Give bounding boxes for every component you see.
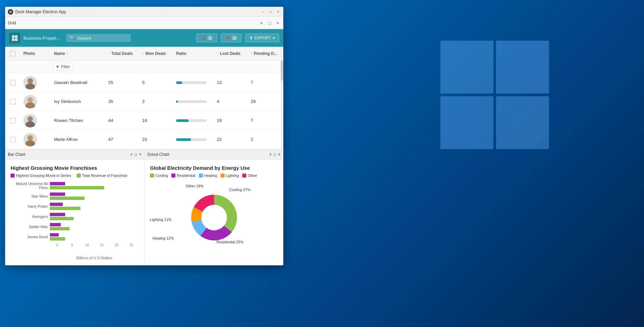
legend-color-purple [11, 173, 15, 178]
bar-green [50, 207, 80, 210]
bar-chart-titlebar: Bar Chart × □ × [5, 149, 144, 160]
donut-legend: CoolingResidentialHeatingLightingOther [150, 173, 278, 178]
maximize-button[interactable]: □ [268, 9, 273, 14]
win-pane-bl [440, 96, 493, 149]
grid-header: Photo Name ↑ ↑ Total Deals ↑ Won Deals R… [5, 47, 283, 60]
donut-chart-max-btn[interactable]: □ [274, 152, 276, 157]
bar-purple [50, 192, 65, 196]
row-checkbox[interactable] [5, 99, 21, 104]
donut-chart-pin-btn[interactable]: × [278, 152, 281, 157]
toolbar: Business Propell... 🔍 Search 🚫 1 📌 2 ⬆ E… [5, 29, 283, 47]
bar-chart-pin-btn[interactable]: × [139, 152, 141, 157]
donut-legend-label: Lighting [226, 173, 239, 178]
bar-chart-max-btn[interactable]: □ [135, 152, 137, 157]
axis-title: Billions of U.S Dollars [11, 256, 139, 260]
filter-button[interactable]: ▼ Filter [53, 63, 73, 71]
col-lost-deals[interactable]: ↑ Lost Deals [214, 51, 248, 56]
title-bar-controls: − □ × [261, 9, 281, 14]
search-label: Search [77, 36, 91, 41]
row-total-deals: 35 [106, 99, 139, 104]
svg-point-11 [27, 135, 33, 141]
donut-legend-label: Other [248, 173, 257, 178]
bar-green [50, 227, 70, 230]
row-lost-deals: 22 [214, 137, 248, 142]
pinned-cols-button[interactable]: 📌 2 [221, 34, 242, 42]
bar-label: James Bond [11, 235, 48, 239]
windows-logo [440, 41, 549, 149]
scrollbar-thumb[interactable] [281, 60, 283, 81]
search-box[interactable]: 🔍 Search [66, 34, 131, 42]
bar-purple [50, 203, 63, 206]
donut-legend-dot [150, 173, 154, 178]
svg-point-8 [25, 102, 35, 108]
minimize-button[interactable]: − [261, 9, 266, 14]
bar-green [50, 217, 74, 220]
axis-value: 15 [94, 243, 109, 247]
row-lost-deals: 13 [214, 80, 248, 85]
select-all-checkbox[interactable] [10, 51, 16, 56]
win-pane-br [496, 96, 549, 149]
row-pending: 2 [248, 137, 282, 142]
hidden-cols-button[interactable]: 🚫 1 [196, 34, 217, 42]
bar-row: Marvel Universe All Films [11, 182, 139, 190]
donut-legend-item: Other [242, 173, 257, 178]
bar-green [50, 186, 104, 189]
ratio-bar-fill [176, 138, 191, 141]
row-name: Merle Affron [51, 137, 106, 142]
donut-chart-close-btn[interactable]: × [269, 152, 272, 157]
axis-value: 25 [124, 243, 139, 247]
axis-value: 20 [109, 243, 124, 247]
row-checkbox[interactable] [5, 137, 21, 142]
bar-track-green [50, 186, 139, 189]
filter-icon: ▼ [56, 64, 60, 69]
bar-track-purple [50, 233, 139, 237]
row-pending: 7 [248, 118, 282, 123]
col-total-deals[interactable]: ↑ Total Deals [106, 51, 139, 56]
row-photo [21, 76, 51, 89]
col-name[interactable]: Name ↑ [51, 51, 106, 56]
win-pane-tr [496, 41, 549, 94]
svg-rect-2 [15, 35, 18, 38]
export-button[interactable]: ⬆ EXPORT ▾ [245, 34, 279, 42]
row-pending: 29 [248, 99, 282, 104]
avatar [23, 76, 37, 89]
window-pin-button[interactable]: × [259, 20, 264, 26]
bar-chart-close-btn[interactable]: × [130, 152, 133, 157]
row-checkbox[interactable] [5, 118, 21, 123]
donut-chart-window: Donut Chart × □ × Global Electricity Dem… [144, 149, 283, 265]
bar-purple [50, 213, 65, 216]
bar-track-purple [50, 203, 139, 206]
donut-label: Other 18% [186, 184, 204, 188]
col-pending[interactable]: ↑ Pending D... [248, 51, 282, 56]
bar-group [50, 203, 139, 210]
grid-filter-row: ▼ Filter [5, 60, 283, 73]
col-checkbox [5, 51, 21, 56]
bar-row: James Bond [11, 233, 139, 241]
legend-label-green: Total Revenue of Franchise [82, 173, 128, 178]
ratio-bar-fill [176, 81, 182, 84]
bar-axis: 0510152025 [11, 243, 139, 247]
donut-chart-viz: Cooling 37%Residential 25%Heating 12%Lig… [150, 180, 278, 255]
hidden-count: 1 [207, 36, 213, 40]
row-won-deals: 18 [139, 118, 173, 123]
svg-point-10 [25, 121, 35, 127]
axis-value: 5 [65, 243, 80, 247]
col-won-deals[interactable]: ↑ Won Deals [139, 51, 173, 56]
window-bar: Grid × □ × [5, 17, 283, 29]
window-max-button[interactable]: □ [267, 20, 272, 26]
bar-purple [50, 233, 59, 237]
donut-legend-dot [242, 173, 246, 178]
window-close-button[interactable]: × [275, 20, 281, 26]
donut-legend-dot [221, 173, 225, 178]
close-button[interactable]: × [276, 9, 281, 14]
ratio-label: Ratio [176, 51, 186, 56]
row-checkbox[interactable] [5, 80, 21, 85]
pending-label: Pending D... [254, 51, 277, 56]
bar-track-purple [50, 223, 139, 226]
scrollbar[interactable] [281, 47, 283, 149]
sort-icon-total: ↑ [108, 52, 110, 55]
bar-chart-title-label: Bar Chart [8, 152, 25, 157]
row-ratio [173, 119, 214, 122]
lost-deals-label: Lost Deals [220, 51, 241, 56]
name-label: Name [54, 51, 65, 56]
